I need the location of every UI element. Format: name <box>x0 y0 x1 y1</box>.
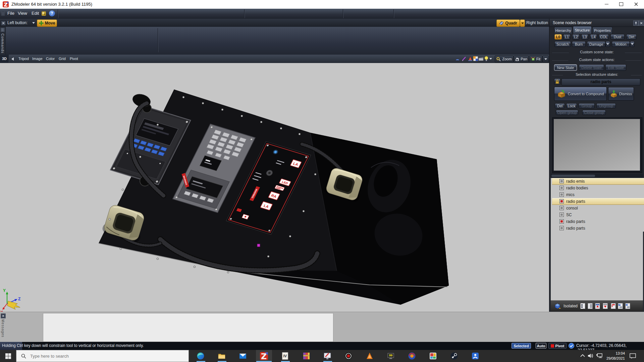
search-input[interactable] <box>30 353 178 359</box>
fit-button[interactable]: Fit <box>529 55 542 63</box>
list-check-all-icon[interactable] <box>580 303 585 309</box>
node-checkbox[interactable] <box>559 206 564 210</box>
menu-file[interactable]: File <box>7 11 14 16</box>
maximize-button[interactable] <box>614 0 629 8</box>
zoom-button[interactable]: Zoom <box>495 55 514 63</box>
node-row-mics[interactable]: mics <box>552 191 644 198</box>
tab-hierarchy[interactable]: Hierarchy <box>554 27 572 34</box>
viewport-menu-image[interactable]: Image <box>32 57 43 61</box>
wireframe-pen-icon[interactable] <box>462 56 467 61</box>
taskbar-gtaiv-icon[interactable]: IV <box>278 351 292 361</box>
network-icon[interactable] <box>596 353 603 359</box>
damage-button[interactable]: Damage <box>587 41 605 47</box>
node-row-radio-parts-3[interactable]: radio parts <box>552 225 644 232</box>
minimize-button[interactable] <box>599 0 614 8</box>
node-checkbox[interactable] <box>559 186 564 190</box>
light-bulb-icon[interactable] <box>484 56 489 61</box>
snap-check-icon[interactable] <box>569 343 574 349</box>
node-row-radio-bodies[interactable]: radio bodies <box>552 185 644 191</box>
delete-state-button[interactable]: Delete State <box>579 64 604 71</box>
tray-chevron-icon[interactable] <box>580 354 585 358</box>
node-list-scrollbar[interactable] <box>551 174 643 178</box>
viewport-menu-grid[interactable]: Grid <box>59 57 66 61</box>
license-key-icon[interactable] <box>41 11 47 18</box>
clapperboard-icon[interactable] <box>478 56 484 61</box>
taskbar-explorer-icon[interactable] <box>215 351 228 361</box>
motion-button[interactable]: Motion <box>612 41 630 47</box>
level-l2-button[interactable]: L2 <box>572 34 580 40</box>
taskbar-winrar-icon[interactable] <box>300 351 313 361</box>
taskbar-character-app-icon[interactable] <box>469 351 482 361</box>
list-move-down-icon[interactable] <box>603 303 608 309</box>
pin-panel-icon[interactable] <box>633 20 639 26</box>
close-panel-icon[interactable] <box>639 20 644 26</box>
node-checkbox[interactable] <box>559 226 564 230</box>
dismiss-button[interactable]: Dismiss <box>608 87 634 101</box>
normals-icon[interactable] <box>468 56 473 61</box>
level-l0-button[interactable]: L0 <box>554 34 562 40</box>
viewport-menu-pivot[interactable]: Pivot <box>70 57 78 61</box>
node-row-radio-parts[interactable]: radio parts <box>552 198 644 205</box>
viewport-options-dropdown[interactable] <box>542 55 549 63</box>
burn-button[interactable]: Burn <box>572 41 586 47</box>
texture-checker-icon[interactable] <box>473 56 478 61</box>
close-group-button[interactable]: Close group <box>582 110 606 115</box>
pan-button[interactable]: Pan <box>514 55 529 63</box>
list-remove-icon[interactable] <box>625 303 630 309</box>
taskbar-cone-icon[interactable] <box>363 351 376 361</box>
level-l3-button[interactable]: L3 <box>581 34 588 40</box>
view-mode-button[interactable]: 3D <box>0 55 9 63</box>
level-dust-button[interactable]: Dust <box>610 34 625 40</box>
list-add-icon[interactable] <box>618 303 623 309</box>
motion-dropdown[interactable] <box>630 41 635 47</box>
close-toolbar-icon[interactable] <box>1 20 6 26</box>
lock-button[interactable]: Lock <box>566 103 577 108</box>
taskbar-recorder-icon[interactable] <box>342 351 355 361</box>
level-l1-button[interactable]: L1 <box>563 34 571 40</box>
ungroup-button[interactable]: Ungroup <box>596 103 616 108</box>
list-move-up-icon[interactable] <box>595 303 600 309</box>
taskbar-mail-icon[interactable] <box>236 351 250 361</box>
pivot-button[interactable]: Pivot <box>548 343 567 349</box>
level-dirt-button[interactable]: Dirt <box>626 34 637 40</box>
menu-edit[interactable]: Edit <box>32 11 39 16</box>
new-state-button[interactable]: New State <box>554 64 577 71</box>
damage-dropdown[interactable] <box>605 41 610 47</box>
taskbar-audio-app-icon[interactable] <box>405 351 419 361</box>
viewport-menu-color[interactable]: Color <box>46 57 55 61</box>
speaker-icon[interactable] <box>587 353 594 359</box>
node-checkbox[interactable] <box>559 192 564 197</box>
viewport-menu-tripod[interactable]: Tripod <box>18 57 29 61</box>
node-checkbox-red[interactable] <box>559 219 564 224</box>
left-tool-button[interactable]: Move <box>37 19 57 27</box>
close-messages-icon[interactable] <box>1 313 6 318</box>
tab-structure[interactable]: Structure <box>573 26 592 34</box>
taskbar-paint-icon[interactable] <box>321 351 334 361</box>
isolated-cube-icon[interactable] <box>554 303 561 309</box>
start-button[interactable] <box>0 350 16 362</box>
convert-to-compound-button[interactable]: Convert to Compound <box>554 87 607 101</box>
node-checkbox[interactable] <box>559 213 564 217</box>
auto-button[interactable]: Auto <box>536 343 546 349</box>
messages-log[interactable] <box>43 313 333 342</box>
group-button[interactable]: Group <box>579 103 595 108</box>
list-uncheck-all-icon[interactable] <box>588 303 593 309</box>
selected-mode-button[interactable]: Selected <box>512 343 531 349</box>
level-l4-button[interactable]: L4 <box>590 34 597 40</box>
list-send-to-icon[interactable] <box>611 303 616 309</box>
node-row-sc[interactable]: SC <box>552 212 644 218</box>
viewport-icons-dropdown[interactable] <box>489 58 492 60</box>
taskbar-steam-icon[interactable] <box>447 351 461 361</box>
edit-state-button[interactable]: Edit State <box>605 64 626 71</box>
right-tool-button[interactable]: Quadr <box>496 19 520 27</box>
viewport-3d[interactable]: WARNING LA LED RA LA WARNING <box>0 63 549 312</box>
taskbar-zmodeler-icon[interactable] <box>257 351 271 361</box>
taskbar-edge-icon[interactable] <box>194 351 207 361</box>
taskbar-photos-app-icon[interactable] <box>426 351 440 361</box>
commands-panel-icon[interactable] <box>1 28 5 32</box>
action-center-icon[interactable] <box>630 353 636 359</box>
taskbar-search[interactable] <box>16 350 189 362</box>
tray-clock[interactable]: 13:04 29/08/2021 <box>605 351 625 361</box>
node-row-radio-parts-2[interactable]: radio parts <box>552 218 644 225</box>
shading-mode-icon[interactable] <box>455 56 460 61</box>
